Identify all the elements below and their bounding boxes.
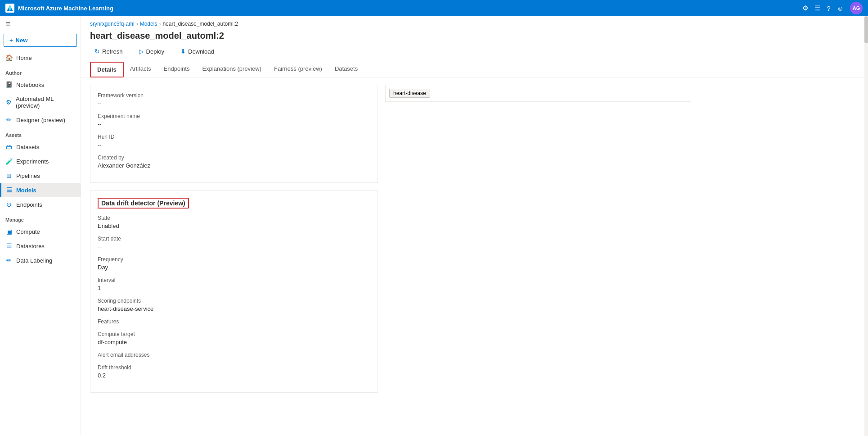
drift-frequency-label: Frequency (98, 256, 370, 263)
tag-chip-value: heart-disease (393, 90, 426, 96)
sidebar-item-endpoints[interactable]: ⊙ Endpoints (0, 197, 81, 212)
models-icon: ☰ (5, 186, 13, 194)
run-id-row: Run ID -- (98, 134, 370, 148)
deploy-label: Deploy (146, 48, 164, 55)
breadcrumb-current: heart_disease_model_automl:2 (162, 21, 238, 27)
sidebar-item-pipelines[interactable]: ⊞ Pipelines (0, 168, 81, 183)
tab-artifacts[interactable]: Artifacts (124, 62, 157, 77)
drift-features-row: Features (98, 318, 370, 325)
framework-version-value: -- (98, 100, 370, 107)
drift-compute-row: Compute target df-compute (98, 331, 370, 345)
sidebar-item-label: Experiments (16, 158, 49, 165)
drift-threshold-value: 0.2 (98, 372, 370, 379)
tag-chip: heart-disease (389, 89, 430, 98)
drift-state-value: Enabled (98, 223, 370, 229)
sidebar-item-label: Notebooks (16, 82, 44, 88)
new-label: New (16, 37, 28, 44)
sidebar-item-models[interactable]: ☰ Models (0, 183, 81, 197)
sidebar-item-designer[interactable]: ✏ Designer (preview) (0, 113, 81, 127)
drift-email-row: Alert email addresses (98, 352, 370, 358)
topbar-right: ⚙ ☰ ? ☺ AG (802, 2, 863, 14)
drift-card: Data drift detector (Preview) State Enab… (90, 190, 378, 393)
notebooks-icon: 📓 (5, 81, 13, 88)
toolbar: ↻ Refresh ▷ Deploy ⬇ Download (81, 45, 868, 62)
notifications-icon[interactable]: ☰ (814, 4, 820, 12)
datasets-icon: 🗃 (5, 143, 13, 150)
sidebar-item-label: Pipelines (16, 173, 40, 179)
main-content: srynrxgdnc5fq-aml › Models › heart_disea… (81, 16, 868, 436)
drift-scoring-value: heart-disease-service (98, 305, 370, 312)
experiments-icon: 🧪 (5, 158, 13, 165)
download-icon: ⬇ (180, 48, 186, 55)
drift-email-label: Alert email addresses (98, 352, 370, 358)
right-panel: heart-disease (385, 85, 691, 429)
created-by-value: Alexander González (98, 162, 370, 169)
tag-input-area[interactable]: heart-disease (385, 85, 691, 102)
sidebar-item-datastores[interactable]: ☰ Datastores (0, 239, 81, 253)
experiment-name-label: Experiment name (98, 113, 370, 119)
settings-icon[interactable]: ⚙ (802, 4, 808, 12)
sidebar-item-datasets[interactable]: 🗃 Datasets (0, 140, 81, 154)
run-id-value: -- (98, 141, 370, 148)
breadcrumb-workspace[interactable]: srynrxgdnc5fq-aml (90, 21, 135, 27)
pipelines-icon: ⊞ (5, 172, 13, 179)
sidebar-item-label: Endpoints (16, 201, 42, 208)
tab-fairness[interactable]: Fairness (preview) (268, 62, 328, 77)
datalabeling-icon: ✏ (5, 257, 13, 264)
sidebar-item-compute[interactable]: ▣ Compute (0, 224, 81, 239)
azure-logo (5, 4, 14, 13)
sidebar-item-notebooks[interactable]: 📓 Notebooks (0, 77, 81, 92)
refresh-icon: ↻ (94, 48, 100, 55)
tab-endpoints[interactable]: Endpoints (157, 62, 196, 77)
drift-threshold-row: Drift threshold 0.2 (98, 364, 370, 379)
sidebar-item-datalabeling[interactable]: ✏ Data Labeling (0, 253, 81, 268)
deploy-icon: ▷ (139, 48, 144, 55)
details-section: Framework version -- Experiment name -- … (90, 85, 378, 183)
drift-interval-row: Interval 1 (98, 277, 370, 291)
author-section-label: Author (0, 65, 81, 77)
sidebar-item-automl[interactable]: ⚙ Automated ML (preview) (0, 92, 81, 113)
created-by-row: Created by Alexander González (98, 154, 370, 169)
sidebar-item-label: Datastores (16, 243, 45, 250)
drift-frequency-value: Day (98, 264, 370, 271)
designer-icon: ✏ (5, 116, 13, 123)
sidebar-item-label: Datasets (16, 144, 39, 150)
help-icon[interactable]: ? (827, 5, 830, 12)
new-button[interactable]: + New (4, 34, 77, 47)
feedback-icon[interactable]: ☺ (837, 5, 844, 12)
breadcrumb-separator-1: › (136, 21, 138, 27)
user-avatar[interactable]: AG (850, 2, 863, 14)
compute-icon: ▣ (5, 228, 13, 235)
refresh-label: Refresh (102, 48, 123, 55)
tab-explanations[interactable]: Explanations (preview) (196, 62, 268, 77)
sidebar-item-label: Compute (16, 228, 40, 235)
framework-version-row: Framework version -- (98, 92, 370, 107)
download-label: Download (188, 48, 214, 55)
sidebar-item-experiments[interactable]: 🧪 Experiments (0, 154, 81, 168)
drift-threshold-label: Drift threshold (98, 364, 370, 371)
sidebar-item-label: Designer (preview) (16, 117, 65, 123)
sidebar-item-home[interactable]: 🏠 Home (0, 50, 81, 65)
tab-datasets[interactable]: Datasets (328, 62, 364, 77)
drift-card-title: Data drift detector (Preview) (98, 198, 189, 209)
breadcrumb-models[interactable]: Models (140, 21, 157, 27)
drift-start-date-row: Start date -- (98, 236, 370, 250)
experiment-name-value: -- (98, 121, 370, 127)
plus-icon: + (9, 37, 13, 44)
deploy-button[interactable]: ▷ Deploy (135, 45, 169, 57)
manage-section-label: Manage (0, 212, 81, 224)
drift-scoring-row: Scoring endpoints heart-disease-service (98, 298, 370, 312)
refresh-button[interactable]: ↻ Refresh (90, 45, 127, 57)
experiment-name-row: Experiment name -- (98, 113, 370, 127)
drift-interval-value: 1 (98, 285, 370, 291)
drift-compute-label: Compute target (98, 331, 370, 337)
content-area: Framework version -- Experiment name -- … (81, 77, 868, 436)
scrollbar-track[interactable] (864, 77, 868, 436)
app-body: ☰ + New 🏠 Home Author 📓 Notebooks ⚙ Auto… (0, 16, 868, 436)
tab-details[interactable]: Details (90, 62, 124, 77)
download-button[interactable]: ⬇ Download (176, 45, 219, 57)
hamburger-icon[interactable]: ☰ (0, 16, 81, 32)
created-by-label: Created by (98, 154, 370, 161)
sidebar-item-label: Home (16, 54, 32, 61)
drift-frequency-row: Frequency Day (98, 256, 370, 271)
